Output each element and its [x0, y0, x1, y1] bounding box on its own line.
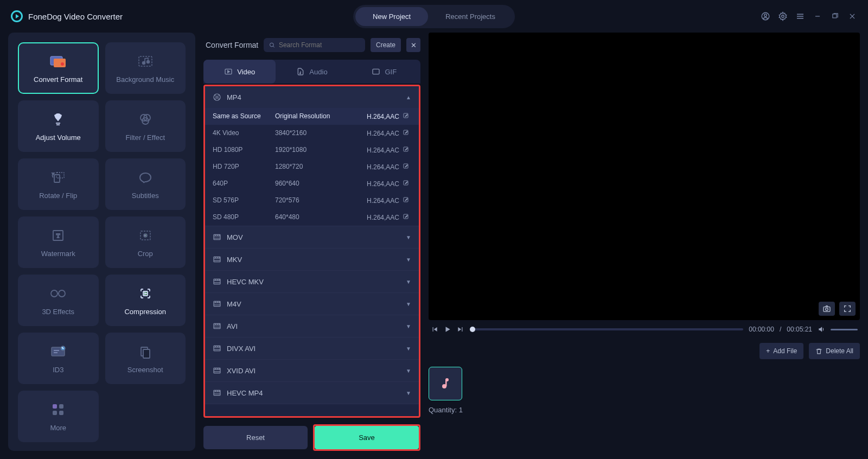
edit-icon[interactable] — [403, 129, 409, 136]
format-icon — [213, 255, 221, 264]
minimize-icon[interactable] — [813, 11, 822, 21]
prev-icon[interactable] — [431, 326, 438, 333]
edit-icon[interactable] — [403, 180, 409, 186]
svg-line-57 — [219, 99, 219, 99]
tool-label: ID3 — [53, 366, 63, 374]
panel-title: Convert Format — [206, 41, 258, 49]
camera-icon[interactable] — [819, 302, 835, 316]
tab-new-project[interactable]: New Project — [355, 7, 428, 26]
tool-compression[interactable]: Compression — [105, 275, 186, 326]
tool-filter-effect[interactable]: Filter / Effect — [105, 100, 186, 152]
seek-bar[interactable] — [470, 328, 743, 330]
svg-line-55 — [219, 95, 219, 95]
tab-recent-projects[interactable]: Recent Projects — [428, 7, 513, 26]
tool-adjust-volume[interactable]: Adjust Volume — [18, 100, 99, 152]
edit-icon[interactable] — [403, 146, 409, 152]
tool-subtitles[interactable]: Subtitles — [105, 158, 186, 210]
svg-rect-51 — [373, 69, 379, 74]
format-list: MP4▲Same as SourceOriginal ResolutionH.2… — [203, 85, 420, 418]
format-row[interactable]: SD 576P720*576H.264,AAC — [205, 192, 419, 209]
format-head[interactable]: XVID AVI▼ — [205, 360, 419, 381]
edit-icon[interactable] — [403, 163, 409, 169]
format-icon — [213, 388, 221, 397]
background-music-icon — [137, 53, 154, 70]
format-row[interactable]: Same as SourceOriginal ResolutionH.264,A… — [205, 108, 419, 125]
tool-convert-format[interactable]: Convert Format — [18, 42, 99, 94]
format-head[interactable]: HEVC MKV▼ — [205, 271, 419, 292]
tool-label: Watermark — [41, 250, 75, 258]
svg-point-46 — [270, 43, 274, 47]
format-head[interactable]: MOV▼ — [205, 226, 419, 248]
tool-screenshot[interactable]: Screenshot — [105, 333, 186, 384]
plus-icon: + — [766, 347, 770, 355]
app-logo: FoneDog Video Converter — [11, 10, 123, 22]
format-group-m4v: M4V▼ — [205, 293, 419, 315]
subtitles-icon — [137, 169, 154, 186]
tool-background-music[interactable]: Background Music — [105, 42, 186, 94]
format-icon — [213, 299, 221, 308]
fmt-tab-gif[interactable]: GIF — [348, 60, 420, 84]
format-row[interactable]: HD 1080P1920*1080H.264,AAC — [205, 142, 419, 158]
svg-rect-24 — [56, 173, 64, 178]
svg-text:T: T — [56, 232, 60, 239]
edit-icon[interactable] — [403, 196, 409, 203]
format-row[interactable]: SD 480P640*480H.264,AAC — [205, 209, 419, 226]
tool-crop[interactable]: Crop — [105, 216, 186, 268]
svg-point-12 — [61, 62, 64, 66]
account-icon[interactable] — [761, 11, 770, 21]
svg-point-53 — [216, 96, 218, 98]
tool-watermark[interactable]: TWatermark — [18, 216, 99, 268]
close-panel-icon[interactable]: ✕ — [406, 38, 420, 52]
create-button[interactable]: Create — [371, 38, 401, 52]
format-head[interactable]: HEVC MP4▼ — [205, 382, 419, 404]
media-thumbnail[interactable] — [429, 367, 462, 400]
chevron-up-icon: ▲ — [406, 94, 411, 100]
tool-id3[interactable]: ID3 — [18, 333, 99, 384]
tool-rotate-flip[interactable]: Rotate / Flip — [18, 158, 99, 210]
format-head-mp4[interactable]: MP4▲ — [205, 86, 419, 108]
chevron-down-icon: ▼ — [406, 257, 411, 263]
edit-icon[interactable] — [403, 213, 409, 220]
format-row[interactable]: 640P960*640H.264,AAC — [205, 175, 419, 192]
format-row[interactable]: 4K Video3840*2160H.264,AAC — [205, 125, 419, 142]
format-row[interactable]: HD 720P1280*720H.264,AAC — [205, 158, 419, 175]
reset-button[interactable]: Reset — [203, 426, 308, 449]
settings-icon[interactable] — [778, 11, 788, 21]
search-input[interactable] — [264, 38, 365, 52]
fmt-tab-label: Video — [237, 68, 255, 76]
svg-rect-41 — [143, 349, 150, 358]
format-group-mov: MOV▼ — [205, 226, 419, 248]
next-icon[interactable] — [457, 326, 464, 333]
fullscreen-icon[interactable] — [839, 302, 856, 316]
svg-marker-49 — [228, 71, 229, 73]
tool-label: More — [50, 424, 66, 432]
format-head[interactable]: MKV▼ — [205, 248, 419, 270]
edit-icon[interactable] — [403, 112, 409, 119]
play-icon[interactable] — [444, 326, 451, 333]
format-group-divx-avi: DIVX AVI▼ — [205, 337, 419, 360]
close-icon[interactable] — [847, 11, 857, 21]
audio-icon — [296, 67, 305, 76]
save-button[interactable]: Save — [315, 426, 419, 449]
tool-3d-effects[interactable]: 3D Effects — [18, 275, 99, 326]
volume-slider[interactable] — [831, 329, 858, 330]
svg-rect-42 — [53, 404, 57, 409]
add-file-button[interactable]: + Add File — [760, 343, 803, 359]
format-head[interactable]: DIVX AVI▼ — [205, 337, 419, 359]
fmt-tab-audio[interactable]: Audio — [276, 60, 348, 84]
crop-icon — [137, 227, 154, 244]
maximize-icon[interactable] — [830, 11, 840, 21]
tool-more[interactable]: More — [18, 391, 99, 442]
format-group-mp4: MP4▲Same as SourceOriginal ResolutionH.2… — [205, 86, 419, 226]
fmt-tab-video[interactable]: Video — [203, 60, 276, 84]
volume-icon[interactable] — [818, 326, 825, 333]
more-icon — [49, 401, 67, 418]
delete-all-button[interactable]: Delete All — [809, 343, 860, 359]
format-head[interactable]: M4V▼ — [205, 293, 419, 315]
menu-icon[interactable] — [795, 11, 805, 21]
format-icon — [213, 322, 221, 330]
svg-point-118 — [445, 378, 449, 381]
chevron-down-icon: ▼ — [406, 346, 411, 352]
tool-label: Screenshot — [127, 366, 163, 374]
format-head[interactable]: AVI▼ — [205, 315, 419, 337]
